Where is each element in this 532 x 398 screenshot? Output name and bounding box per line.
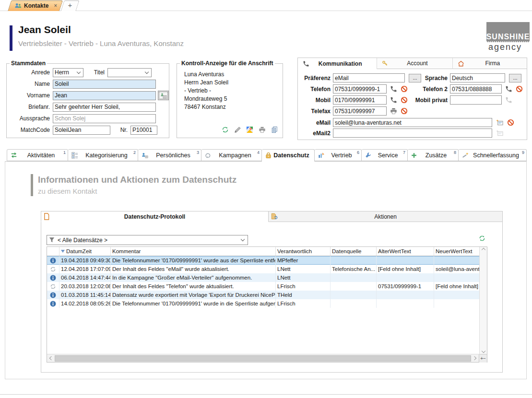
- table-row[interactable]: 19.04.2018 09:49:30 Die Telefonnummer '0…: [47, 256, 479, 265]
- refresh-icon[interactable]: [479, 235, 485, 242]
- sprache-label: Sprache: [409, 75, 448, 82]
- tab-kommunikation[interactable]: Kommunikation: [298, 58, 377, 69]
- briefanrede-field[interactable]: [53, 103, 156, 112]
- table-row[interactable]: 01.03.2018 11:45:14 Datensatz wurde expo…: [47, 291, 479, 299]
- contact-person-button[interactable]: [158, 91, 169, 100]
- tab-account[interactable]: Account: [377, 58, 452, 69]
- block-icon[interactable]: [507, 119, 514, 126]
- phone-icon[interactable]: [390, 85, 397, 93]
- tab-vertrieb[interactable]: Vertrieb6: [315, 149, 362, 161]
- column-header-datenquelle[interactable]: Datenquelle: [331, 247, 377, 256]
- block-icon[interactable]: [401, 85, 408, 93]
- sprache-field[interactable]: [450, 73, 505, 82]
- tab-service[interactable]: Service7: [362, 149, 408, 161]
- tab-persoenliches[interactable]: Persönliches3: [138, 149, 201, 161]
- house-icon: [458, 60, 464, 67]
- sort-desc-icon: [61, 250, 65, 253]
- column-header-neuerwerttext[interactable]: NeuerWertText: [434, 247, 479, 256]
- cell-kommentar: Die Telefonnummer '0170/09999991' wurde …: [111, 299, 276, 308]
- tab-aktivitaeten[interactable]: Aktivitäten1: [7, 149, 68, 161]
- icon-column-header[interactable]: [47, 247, 59, 256]
- row-status-icon: [47, 282, 59, 291]
- block-icon[interactable]: [401, 96, 408, 104]
- name-label: Name: [9, 81, 50, 87]
- cell-verantwortlich: LNett: [276, 273, 331, 282]
- sprache-more-button[interactable]: ...: [509, 74, 521, 82]
- cell-verantwortlich: MPfeffer: [276, 256, 331, 265]
- mobil-label: Mobil: [300, 97, 331, 104]
- vertical-scrollbar[interactable]: [479, 247, 487, 354]
- chevron-down-icon: [145, 70, 149, 73]
- scrollbar-thumb[interactable]: [55, 355, 471, 362]
- column-adjust-button[interactable]: +−: [479, 354, 487, 363]
- block-icon[interactable]: [516, 85, 523, 93]
- table-row[interactable]: 06.04.2018 14:47:44 In die Kampagne "Gro…: [47, 273, 479, 282]
- copy-icon[interactable]: [271, 126, 278, 133]
- tab-schnellerfassung[interactable]: Schnellerfassung9: [459, 149, 527, 161]
- praeferenz-field[interactable]: [333, 73, 405, 82]
- email2-label: eMail2: [300, 130, 331, 137]
- email2-field[interactable]: [333, 129, 492, 138]
- titel-label: Titel: [83, 69, 105, 76]
- matchcode-field[interactable]: [53, 126, 110, 135]
- titel-select[interactable]: [107, 68, 152, 77]
- mobil-field[interactable]: [333, 95, 387, 105]
- email-field[interactable]: [333, 118, 492, 127]
- table-row[interactable]: 12.04.2018 17:07:09 Der Inhalt des Felde…: [47, 265, 479, 273]
- column-header-alterwerttext[interactable]: AlterWertText: [377, 247, 434, 256]
- name-field[interactable]: [53, 80, 156, 89]
- plus-icon: [411, 152, 417, 158]
- column-header-kommentar[interactable]: Kommentar: [111, 247, 276, 256]
- phone-disabled-icon: [505, 96, 512, 104]
- scroll-left-icon[interactable]: [49, 356, 53, 360]
- row-status-icon: [47, 256, 59, 265]
- nr-field[interactable]: [130, 126, 157, 135]
- anrede-select[interactable]: Herrn: [53, 68, 83, 77]
- telefax-field[interactable]: [333, 106, 387, 116]
- cell-kommentar: Die Telefonnummer '0170/09999991' wurde …: [111, 256, 276, 265]
- printer-icon[interactable]: [259, 127, 266, 133]
- cell-alterwert: [377, 299, 434, 308]
- scroll-up-icon[interactable]: [481, 248, 485, 252]
- maps-icon[interactable]: [246, 126, 253, 133]
- phone-icon[interactable]: [390, 96, 397, 104]
- column-header-verantwortlich[interactable]: Verantwortlich: [276, 247, 331, 256]
- telefon-field[interactable]: [333, 84, 387, 94]
- mobilprivat-field[interactable]: [450, 95, 502, 105]
- cell-verantwortlich: LFrisch: [276, 282, 331, 291]
- block-icon[interactable]: [401, 107, 408, 115]
- table-header-row: DatumZeit Kommentar Verantwortlich Daten…: [47, 247, 479, 256]
- tab-kampagnen[interactable]: Kampagnen4: [201, 149, 262, 161]
- horizontal-scrollbar[interactable]: [47, 354, 479, 362]
- phone-icon[interactable]: [505, 85, 512, 93]
- new-email-icon[interactable]: [496, 119, 504, 126]
- cell-datenquelle: [331, 282, 377, 291]
- detail-tab-bar: Aktivitäten1 Kategorisierung2 Persönlich…: [7, 149, 527, 161]
- phone-icon: [303, 60, 309, 67]
- vorname-label: Vorname: [9, 92, 50, 99]
- table-row[interactable]: 14.02.2018 08:05:26 Die Telefonnummer '0…: [47, 299, 479, 308]
- tab-kategorisierung[interactable]: Kategorisierung2: [68, 149, 138, 161]
- close-icon[interactable]: ×: [54, 2, 57, 9]
- pencil-icon[interactable]: [234, 127, 241, 133]
- scroll-down-icon[interactable]: [481, 349, 485, 353]
- new-tab-button[interactable]: +: [62, 0, 78, 11]
- filter-dropdown[interactable]: < Alle Datensätze >: [47, 235, 248, 245]
- address-line: - Vertrieb -: [184, 87, 283, 95]
- cell-neuerwert: soleil@luna-aventuras.net: [434, 265, 479, 273]
- tab-firma[interactable]: Firma: [453, 58, 527, 69]
- aussprache-field[interactable]: [53, 114, 156, 123]
- window-tab-kontakte[interactable]: Kontakte ×: [8, 0, 59, 11]
- table-row[interactable]: 20.03.2018 12:02:08 Der Inhalt des Felde…: [47, 282, 479, 291]
- tab-zusaetze[interactable]: Zusätze8: [408, 149, 459, 161]
- tab-datenschutz-protokoll[interactable]: Datenschutz-Protokoll: [41, 211, 269, 222]
- tab-datenschutz[interactable]: Datenschutz: [262, 149, 315, 162]
- scroll-right-icon[interactable]: [473, 356, 476, 360]
- telefon2-field[interactable]: [450, 84, 502, 94]
- column-header-datumzeit[interactable]: DatumZeit: [59, 247, 111, 256]
- sync-icon: [50, 266, 56, 272]
- refresh-icon[interactable]: [222, 126, 229, 133]
- fax-printer-icon[interactable]: [390, 108, 397, 115]
- vorname-field[interactable]: [53, 91, 156, 100]
- tab-aktionen[interactable]: Aktionen: [269, 211, 503, 222]
